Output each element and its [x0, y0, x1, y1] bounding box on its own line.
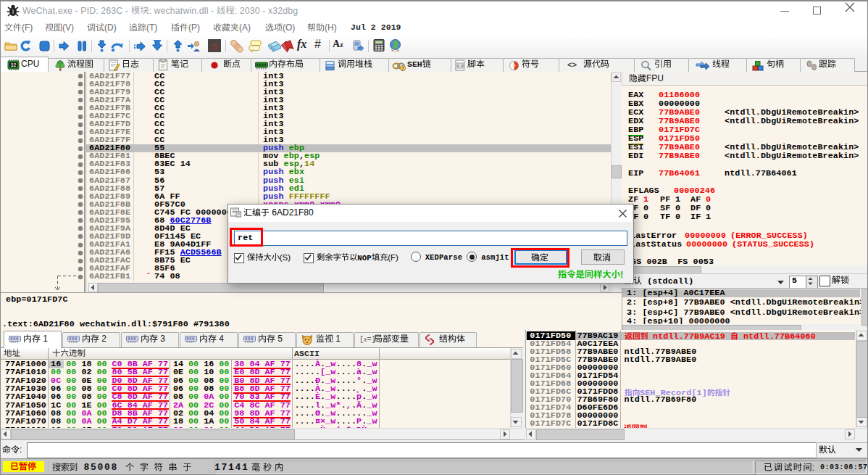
- svg-text:<>: <>: [457, 63, 463, 69]
- svg-text:?: ?: [401, 66, 404, 71]
- svg-text:32: 32: [11, 62, 17, 67]
- svg-text:S: S: [212, 41, 217, 51]
